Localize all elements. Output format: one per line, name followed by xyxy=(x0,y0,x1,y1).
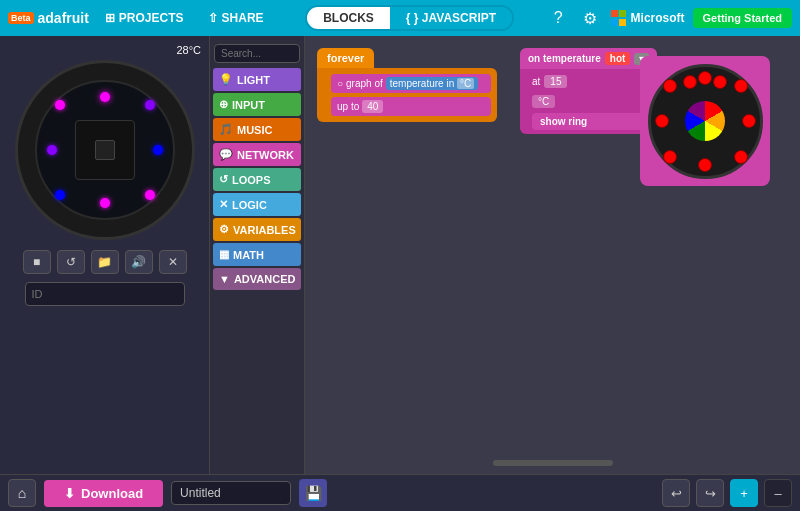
simulator-controls: ■ ↺ 📁 🔊 ✕ xyxy=(23,250,187,274)
blocks-tab[interactable]: BLOCKS xyxy=(307,7,390,29)
javascript-tab[interactable]: { } JAVASCRIPT xyxy=(390,7,512,29)
category-loops[interactable]: ↺ LOOPS xyxy=(213,168,301,191)
beta-badge: Beta xyxy=(8,12,34,24)
download-button[interactable]: ⬇ Download xyxy=(44,480,163,507)
light-icon: 💡 xyxy=(219,73,233,86)
at-value[interactable]: 15 xyxy=(544,75,567,88)
top-bar: Beta adafruit ⊞ PROJECTS ⇧ SHARE BLOCKS … xyxy=(0,0,800,36)
share-button[interactable]: ⇧ SHARE xyxy=(200,7,272,29)
show-ring-block[interactable]: show ring xyxy=(532,113,653,130)
microsoft-logo: Microsoft xyxy=(611,10,685,26)
up-to-value[interactable]: 40 xyxy=(362,100,383,113)
graph-block[interactable]: ○ graph of temperature in °C xyxy=(331,74,491,93)
main-area: 28°C ■ ↺ 📁 🔊 ✕ xyxy=(0,36,800,474)
search-input[interactable] xyxy=(214,44,300,63)
help-button[interactable]: ? xyxy=(548,5,569,31)
temperature-display: 28°C xyxy=(176,44,201,56)
sound-button[interactable]: 🔊 xyxy=(125,250,153,274)
board-inner xyxy=(35,80,175,220)
at-row: at 15 xyxy=(532,73,653,90)
close-button[interactable]: ✕ xyxy=(159,250,187,274)
category-advanced[interactable]: ▼ ADVANCED xyxy=(213,268,301,290)
zoom-in-button[interactable]: + xyxy=(730,479,758,507)
ring-center-wheel xyxy=(685,101,725,141)
graph-icon: ○ xyxy=(337,78,343,89)
category-music[interactable]: 🎵 MUSIC xyxy=(213,118,301,141)
undo-button[interactable]: ↩ xyxy=(662,479,690,507)
getting-started-button[interactable]: Getting Started xyxy=(693,8,792,28)
ms-label: Microsoft xyxy=(631,11,685,25)
bottom-bar: ⌂ ⬇ Download 💾 ↩ ↪ + – xyxy=(0,474,800,511)
ring-inner xyxy=(648,64,763,179)
up-to-block[interactable]: up to 40 xyxy=(331,97,491,116)
simulator-panel: 28°C ■ ↺ 📁 🔊 ✕ xyxy=(0,36,210,474)
logo: Beta adafruit xyxy=(8,10,89,26)
math-icon: ▦ xyxy=(219,248,229,261)
category-network[interactable]: 💬 NETWORK xyxy=(213,143,301,166)
category-logic[interactable]: ✕ LOGIC xyxy=(213,193,301,216)
network-icon: 💬 xyxy=(219,148,233,161)
unit-chip: °C xyxy=(457,78,474,89)
variables-icon: ⚙ xyxy=(219,223,229,236)
share-icon: ⇧ xyxy=(208,11,218,25)
download-icon: ⬇ xyxy=(64,486,75,501)
settings-button[interactable]: ⚙ xyxy=(577,5,603,32)
filename-input[interactable] xyxy=(171,481,291,505)
restart-button[interactable]: ↺ xyxy=(57,250,85,274)
save-icon: 💾 xyxy=(305,485,322,501)
blocks-panel: 💡 LIGHT ⊕ INPUT 🎵 MUSIC 💬 NETWORK ↺ LOOP… xyxy=(210,36,305,474)
category-light[interactable]: 💡 LIGHT xyxy=(213,68,301,91)
on-temperature-block-group[interactable]: on temperature hot ▼ at 15 °C show ring xyxy=(520,48,657,134)
unit2-chip: °C xyxy=(532,95,555,108)
folder-button[interactable]: 📁 xyxy=(91,250,119,274)
projects-icon: ⊞ xyxy=(105,11,115,25)
hot-chip[interactable]: hot xyxy=(605,52,631,65)
redo-button[interactable]: ↪ xyxy=(696,479,724,507)
on-temperature-body: at 15 °C show ring xyxy=(520,69,657,134)
forever-body: ○ graph of temperature in °C up to 40 xyxy=(317,68,497,122)
mode-tabs: BLOCKS { } JAVASCRIPT xyxy=(305,5,514,31)
projects-button[interactable]: ⊞ PROJECTS xyxy=(97,7,192,29)
stop-button[interactable]: ■ xyxy=(23,250,51,274)
music-icon: 🎵 xyxy=(219,123,233,136)
category-math[interactable]: ▦ MATH xyxy=(213,243,301,266)
forever-block[interactable]: forever xyxy=(317,48,374,68)
ms-squares-icon xyxy=(611,10,627,26)
circuit-board xyxy=(15,60,195,240)
temperature-chip[interactable]: temperature in °C xyxy=(386,77,479,90)
logo-text: adafruit xyxy=(38,10,89,26)
input-icon: ⊕ xyxy=(219,98,228,111)
horizontal-scrollbar[interactable] xyxy=(493,460,613,466)
category-variables[interactable]: ⚙ VARIABLES xyxy=(213,218,301,241)
home-button[interactable]: ⌂ xyxy=(8,479,36,507)
category-input[interactable]: ⊕ INPUT xyxy=(213,93,301,116)
zoom-out-button[interactable]: – xyxy=(764,479,792,507)
advanced-icon: ▼ xyxy=(219,273,230,285)
save-button[interactable]: 💾 xyxy=(299,479,327,507)
unit-row: °C xyxy=(532,93,653,110)
logic-icon: ✕ xyxy=(219,198,228,211)
device-id-input[interactable] xyxy=(25,282,185,306)
forever-block-group[interactable]: forever ○ graph of temperature in °C up … xyxy=(317,48,497,122)
loops-icon: ↺ xyxy=(219,173,228,186)
ring-display xyxy=(640,56,770,186)
bottom-right-controls: ↩ ↪ + – xyxy=(662,479,792,507)
workspace[interactable]: forever ○ graph of temperature in °C up … xyxy=(305,36,800,474)
on-temperature-header[interactable]: on temperature hot ▼ xyxy=(520,48,657,69)
